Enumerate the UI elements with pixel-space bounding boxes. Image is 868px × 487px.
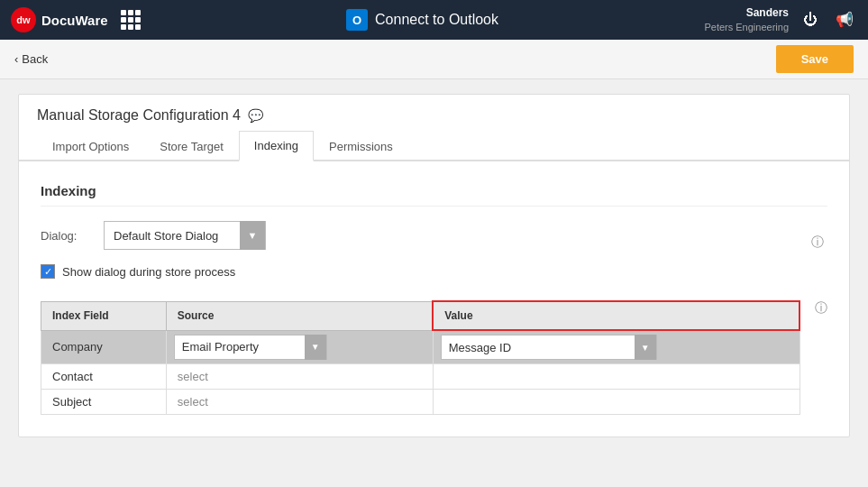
tab-content-indexing: Indexing Dialog: Default Store Dialog ▼ … — [19, 161, 849, 436]
table-wrapper: Index Field Source Value Company — [41, 300, 800, 415]
dialog-select-value: Default Store Dialog — [105, 229, 240, 243]
save-button[interactable]: Save — [776, 45, 854, 73]
table-row: Contact select — [41, 364, 800, 390]
table-section: Index Field Source Value Company — [41, 300, 827, 415]
section-title: Indexing — [41, 183, 827, 207]
back-label: Back — [22, 52, 48, 66]
dialog-dropdown-arrow[interactable]: ▼ — [240, 221, 265, 250]
table-row: Subject select — [41, 390, 800, 415]
app-header: dw DocuWare O Connect to Outlook Sanders… — [0, 0, 868, 40]
app-title-area: O Connect to Outlook — [346, 9, 498, 31]
col-header-value: Value — [433, 301, 799, 330]
toolbar: ‹ Back Save — [0, 40, 868, 79]
main-content: Manual Storage Configuration 4 💬 Import … — [0, 79, 868, 487]
user-info: Sanders Peters Engineering — [704, 6, 789, 33]
docuware-logo: dw DocuWare — [11, 7, 108, 32]
dialog-info-icon[interactable]: ⓘ — [811, 234, 824, 249]
header-right: Sanders Peters Engineering ⏻ 📢 — [704, 6, 857, 33]
value-dropdown-company[interactable]: Message ID ▼ — [441, 335, 657, 360]
tab-permissions[interactable]: Permissions — [314, 131, 408, 161]
tab-store-target[interactable]: Store Target — [144, 131, 239, 161]
show-dialog-checkbox[interactable]: ✓ — [41, 264, 55, 279]
dialog-row: Dialog: Default Store Dialog ▼ — [41, 221, 266, 250]
back-button[interactable]: ‹ Back — [14, 52, 48, 66]
col-header-index-field: Index Field — [41, 301, 167, 330]
source-select-placeholder-contact[interactable]: select — [178, 370, 208, 383]
tab-import-options[interactable]: Import Options — [37, 131, 144, 161]
index-field-contact: Contact — [41, 364, 167, 390]
app-title: Connect to Outlook — [375, 12, 498, 28]
tabs-bar: Import Options Store Target Indexing Per… — [19, 131, 849, 161]
checkbox-label: Show dialog during store process — [62, 265, 235, 279]
user-name: Sanders — [704, 6, 789, 21]
col-header-source: Source — [166, 301, 433, 330]
logo-icon: dw — [11, 7, 36, 32]
value-dropdown-arrow-company[interactable]: ▼ — [635, 335, 656, 360]
comment-icon[interactable]: 💬 — [248, 108, 263, 123]
value-cell-company: Message ID ▼ — [433, 330, 799, 364]
config-title-bar: Manual Storage Configuration 4 💬 — [19, 95, 849, 124]
value-cell-contact — [433, 364, 799, 390]
user-company: Peters Engineering — [704, 21, 789, 33]
config-title: Manual Storage Configuration 4 — [37, 107, 241, 124]
source-cell-contact: select — [166, 364, 433, 390]
tab-indexing[interactable]: Indexing — [239, 131, 314, 161]
source-dropdown-value-company: Email Property — [175, 340, 305, 354]
value-dropdown-text-company: Message ID — [442, 341, 635, 354]
grid-icon[interactable] — [121, 10, 141, 30]
source-dropdown-arrow-company[interactable]: ▼ — [305, 335, 326, 360]
index-field-company: Company — [41, 330, 167, 364]
index-field-subject: Subject — [41, 390, 167, 415]
source-select-placeholder-subject[interactable]: select — [178, 395, 208, 409]
checkbox-checkmark: ✓ — [44, 266, 52, 278]
dialog-select[interactable]: Default Store Dialog ▼ — [104, 221, 266, 250]
dialog-label: Dialog: — [41, 229, 95, 243]
table-info-icon[interactable]: ⓘ — [815, 300, 827, 315]
outlook-icon: O — [346, 9, 368, 31]
checkbox-row: ✓ Show dialog during store process — [41, 264, 827, 279]
source-dropdown-company[interactable]: Email Property ▼ — [174, 335, 327, 360]
source-cell-subject: select — [166, 390, 433, 415]
index-table: Index Field Source Value Company — [41, 300, 800, 415]
source-cell-company: Email Property ▼ — [166, 330, 433, 364]
notifications-button[interactable]: 📢 — [832, 7, 857, 32]
logo-text: DocuWare — [41, 13, 108, 28]
value-cell-subject — [433, 390, 799, 415]
table-row: Company Email Property ▼ — [41, 330, 800, 364]
power-button[interactable]: ⏻ — [799, 8, 821, 32]
content-panel: Manual Storage Configuration 4 💬 Import … — [18, 94, 850, 437]
back-chevron-icon: ‹ — [14, 52, 18, 66]
header-left: dw DocuWare — [11, 7, 141, 32]
